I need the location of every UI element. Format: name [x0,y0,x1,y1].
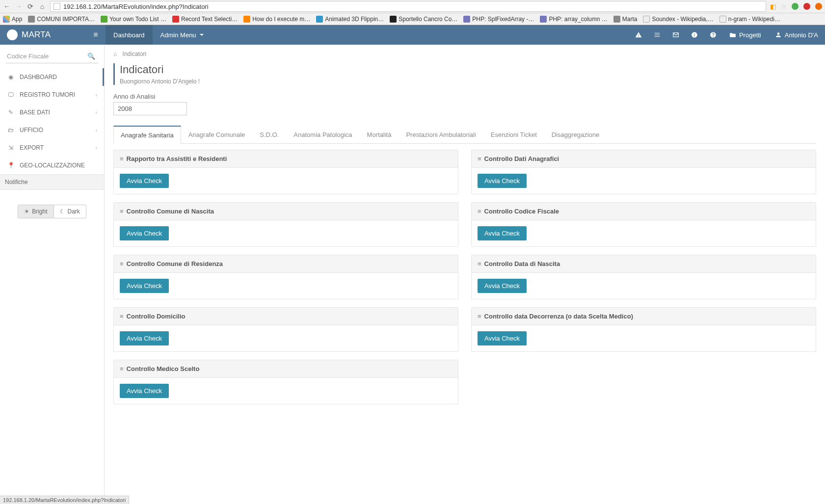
grip-icon[interactable]: ≡ [478,155,480,162]
bookmark-item[interactable]: Sportello Cancro Co… [390,16,457,23]
ext-icon-3[interactable] [815,3,822,10]
grip-icon[interactable]: ≡ [478,313,480,320]
panel-title: Controllo Domicilio [127,313,186,320]
panel-title: Controllo Codice Fiscale [484,208,559,215]
bookmark-item[interactable]: Marta [613,16,638,23]
bookmark-item[interactable]: PHP: SplFixedArray -… [463,16,534,23]
panel-dati-anagrafici: ≡Controllo Dati Anagrafici Avvia Check [471,150,816,194]
avvia-check-button[interactable]: Avvia Check [120,174,169,188]
grip-icon[interactable]: ≡ [120,313,123,320]
bookmark-item[interactable]: Soundex - Wikipedia,… [643,16,713,23]
tab-anagrafe-sanitaria[interactable]: Anagrafe Sanitaria [113,126,181,144]
bookmark-item[interactable]: COMUNI IMPORTA… [28,16,95,23]
search-input[interactable] [6,50,98,63]
panel-title: Controllo Medico Scelto [127,365,200,372]
avvia-check-button[interactable]: Avvia Check [478,226,527,240]
reload-icon[interactable]: ⟳ [27,2,34,10]
brand[interactable]: MARTA [0,29,86,40]
bookmark-item[interactable]: PHP: array_column … [540,16,607,23]
tab-sdo[interactable]: S.D.O. [252,126,286,144]
panels-right-column: ≡Controllo Dati Anagrafici Avvia Check ≡… [471,150,816,404]
status-bar: 192.168.1.20/MartaREvolution/index.php?I… [0,496,129,504]
browser-right-icons: ◧ ☆ [770,3,822,10]
sidebar-item-dashboard[interactable]: ◉ DASHBOARD [0,68,104,86]
avvia-check-button[interactable]: Avvia Check [478,331,527,345]
sidebar-item-geo[interactable]: 📍 GEO-LOCALIZZAZIONE [0,157,104,174]
home-icon[interactable]: ⌂ [113,51,117,57]
chevron-left-icon: ‹ [96,92,97,98]
breadcrumb: ⌂ Indicatori [113,45,816,63]
marker-icon: 📍 [7,162,15,169]
avvia-check-button[interactable]: Avvia Check [478,279,527,293]
forward-icon[interactable]: → [15,2,23,10]
avvia-check-button[interactable]: Avvia Check [120,226,169,240]
star-icon[interactable]: ☆ [781,3,787,10]
nav-admin-menu[interactable]: Admin Menu [153,25,212,45]
url-text: 192.168.1.20/MartaREvolution/index.php?I… [63,3,209,10]
search-icon[interactable]: 🔍 [87,53,95,60]
panel-codice-fiscale: ≡Controllo Codice Fiscale Avvia Check [471,202,816,247]
grip-icon[interactable]: ≡ [120,155,123,162]
notifiche-header: Notifiche [0,174,104,190]
grip-icon[interactable]: ≡ [120,365,123,372]
moon-icon: ☾ [60,208,65,215]
panel-domicilio: ≡Controllo Domicilio Avvia Check [113,307,458,352]
year-label: Anno di Analisi [113,93,816,100]
chevron-left-icon: ‹ [96,110,97,115]
tab-mortalita[interactable]: Mortalità [360,126,399,144]
nav-alert-icon[interactable] [629,25,648,45]
grip-icon[interactable]: ≡ [120,208,123,215]
back-icon[interactable]: ← [3,2,11,10]
avvia-check-button[interactable]: Avvia Check [120,279,169,293]
chevron-left-icon: ‹ [96,128,97,133]
grip-icon[interactable]: ≡ [478,208,480,215]
nav-info-icon[interactable] [685,25,704,45]
tabs: Anagrafe Sanitaria Anagrafe Comunale S.D… [113,125,816,144]
theme-dark-button[interactable]: ☾ Dark [54,205,86,218]
bookmark-item[interactable]: Record Text Selecti… [172,16,238,23]
tab-prestazioni[interactable]: Prestazioni Ambulatoriali [399,126,483,144]
avvia-check-button[interactable]: Avvia Check [478,174,527,188]
bookmark-item[interactable]: Your own Todo List … [101,16,166,23]
grip-icon[interactable]: ≡ [120,260,123,267]
avvia-check-button[interactable]: Avvia Check [120,384,169,398]
sidebar-item-registro-tumori[interactable]: 🖵 REGISTRO TUMORI ‹ [0,86,104,104]
folder-icon [729,31,736,38]
bookmark-item[interactable]: How do I execute m… [243,16,310,23]
chevron-left-icon: ‹ [96,145,97,151]
apps-button[interactable]: App [3,16,22,23]
theme-bright-button[interactable]: ☀ Bright [18,205,53,218]
address-bar[interactable]: 192.168.1.20/MartaREvolution/index.php?I… [50,1,766,12]
tab-esenzioni[interactable]: Esenzioni Ticket [483,126,544,144]
tab-disaggregazione[interactable]: Disaggregazione [544,126,607,144]
sidebar-item-ufficio[interactable]: 🗁 UFFICIO ‹ [0,121,104,139]
bookmark-item[interactable]: n-gram - Wikipedi… [719,16,780,23]
app-navbar: MARTA ≡ Dashboard Admin Menu Progetti An… [0,25,825,45]
nav-progetti[interactable]: Progetti [722,31,768,39]
nav-dashboard[interactable]: Dashboard [106,25,153,45]
sidebar-toggle[interactable]: ≡ [86,25,106,45]
avvia-check-button[interactable]: Avvia Check [120,331,169,345]
nav-mail-icon[interactable] [666,25,685,45]
sidebar-menu: ◉ DASHBOARD 🖵 REGISTRO TUMORI ‹ ✎ BASE D… [0,68,104,174]
ext-icon-2[interactable] [803,3,810,10]
home-icon[interactable]: ⌂ [38,2,46,10]
nav-list-icon[interactable] [648,25,666,45]
export-icon: ⇲ [7,144,15,151]
sidebar-item-export[interactable]: ⇲ EXPORT ‹ [0,139,104,157]
panel-data-nascita: ≡Controllo Data di Nascita Avvia Check [471,255,816,299]
bookmark-item[interactable]: Animated 3D Flippin… [316,16,384,23]
grip-icon[interactable]: ≡ [478,260,480,267]
nav-user[interactable]: Antonio D'A [768,31,825,39]
sidebar-item-base-dati[interactable]: ✎ BASE DATI ‹ [0,104,104,121]
page-header: Indicatori Buongiorno Antonio D'Angelo ! [113,63,816,85]
tab-anagrafe-comunale[interactable]: Anagrafe Comunale [181,126,253,144]
edit-icon: ✎ [7,109,15,116]
rss-icon[interactable]: ◧ [770,3,776,10]
panels-left-column: ≡Rapporto tra Assistiti e Residenti Avvi… [113,150,458,404]
nav-help-icon[interactable] [704,25,722,45]
year-input[interactable] [113,102,187,115]
ext-icon-1[interactable] [792,3,798,10]
tab-anatomia-patologica[interactable]: Anatomia Patologica [286,126,359,144]
panel-title: Controllo Data di Nascita [484,260,560,267]
